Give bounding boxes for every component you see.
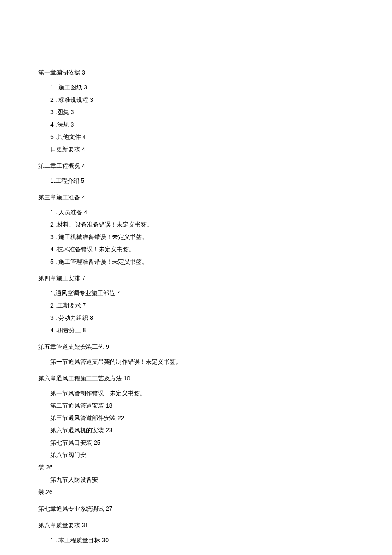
chapter-3-item-1: 1 . 人员准备 4 (38, 208, 354, 217)
chapter-5-title: 第五章管道支架安装工艺 9 (38, 342, 354, 351)
chapter-4-item-3: 3 . 劳动力组织 8 (38, 313, 354, 322)
chapter-6-item-1: 第一节风管制作错误！未定义书签。 (38, 389, 354, 398)
chapter-1-item-4: 4 .法规 3 (38, 120, 354, 129)
chapter-3-item-4: 4 .技术准备错误！未定义书签。 (38, 245, 354, 254)
chapter-4-title: 第四章施工安排 7 (38, 274, 354, 283)
chapter-1-item-1: 1 . 施工图纸 3 (38, 83, 354, 92)
chapter-3-title: 第三章施工准备 4 (38, 193, 354, 202)
chapter-6-item-7: 第九节人防设备安 (38, 475, 354, 484)
chapter-6-continuation-2: 装.26 (38, 488, 354, 497)
chapter-8: 第八章质量要求 31 1 . 本工程质量目标 30 (38, 521, 354, 545)
chapter-4-item-1: 1,通风空调专业施工部位 7 (38, 289, 354, 298)
chapter-2: 第二章工程概况 4 1.工程介绍 5 (38, 161, 354, 185)
chapter-6-item-2: 第二节通风管道安装 18 (38, 401, 354, 410)
chapter-8-item-1: 1 . 本工程质量目标 30 (38, 536, 354, 545)
chapter-1-item-2: 2 . 标准规规程 3 (38, 95, 354, 104)
chapter-1-title: 第一章编制依据 3 (38, 68, 354, 77)
chapter-7: 第七章通风专业系统调试 27 (38, 504, 354, 513)
chapter-5: 第五章管道支架安装工艺 9 第一节通风管道支吊架的制作错误！未定义书签。 (38, 342, 354, 366)
chapter-2-title: 第二章工程概况 4 (38, 161, 354, 170)
chapter-6-item-3: 第三节通风管道部件安装 22 (38, 414, 354, 423)
chapter-6-item-5: 第七节风口安装 25 (38, 438, 354, 447)
chapter-6-item-4: 第六节通风机的安装 23 (38, 426, 354, 435)
chapter-1-item-6: 口更新要求 4 (38, 145, 354, 154)
chapter-6-title: 第六章通风工程施工工艺及方法 10 (38, 374, 354, 383)
chapter-6: 第六章通风工程施工工艺及方法 10 第一节风管制作错误！未定义书签。 第二节通风… (38, 374, 354, 497)
chapter-3-item-5: 5 . 施工管理准备错误！未定义书签。 (38, 257, 354, 266)
chapter-8-title: 第八章质量要求 31 (38, 521, 354, 530)
chapter-4-item-4: 4 .职责分工 8 (38, 326, 354, 335)
chapter-5-item-1: 第一节通风管道支吊架的制作错误！未定义书签。 (38, 357, 354, 366)
chapter-1-item-5: 5 .其他文件 4 (38, 132, 354, 141)
chapter-6-continuation-1: 装.26 (38, 463, 354, 472)
chapter-4-item-2: 2 .工期要求 7 (38, 301, 354, 310)
chapter-1: 第一章编制依据 3 1 . 施工图纸 3 2 . 标准规规程 3 3 .图集 3… (38, 68, 354, 154)
chapter-1-item-3: 3 .图集 3 (38, 108, 354, 117)
chapter-6-item-6: 第八节阀门安 (38, 451, 354, 460)
chapter-2-item-1: 1.工程介绍 5 (38, 176, 354, 185)
chapter-3: 第三章施工准备 4 1 . 人员准备 4 2 .材料、设备准备错误！未定义书签。… (38, 193, 354, 266)
chapter-7-title: 第七章通风专业系统调试 27 (38, 504, 354, 513)
chapter-3-item-3: 3 . 施工机械准备错误！未定义书签。 (38, 233, 354, 242)
chapter-4: 第四章施工安排 7 1,通风空调专业施工部位 7 2 .工期要求 7 3 . 劳… (38, 274, 354, 335)
toc-container: 第一章编制依据 3 1 . 施工图纸 3 2 . 标准规规程 3 3 .图集 3… (38, 68, 354, 545)
chapter-3-item-2: 2 .材料、设备准备错误！未定义书签。 (38, 220, 354, 229)
